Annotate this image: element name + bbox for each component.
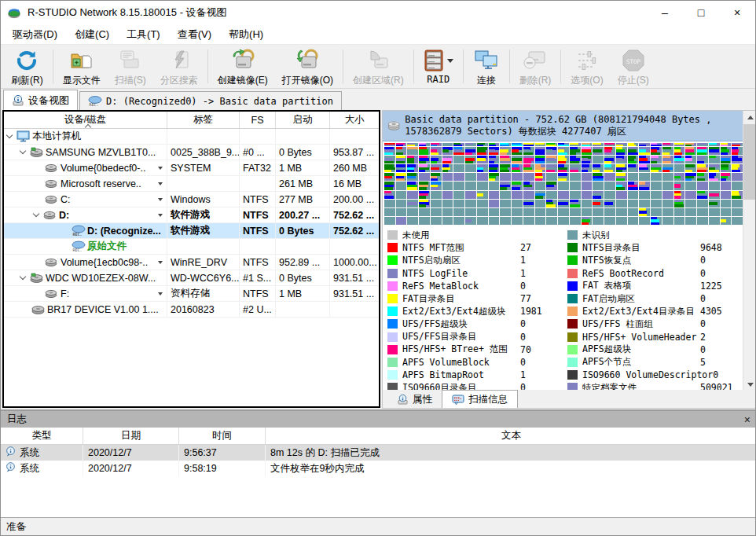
map-block xyxy=(477,182,488,189)
map-block xyxy=(419,208,430,216)
scan-button[interactable]: 扫描(S) xyxy=(108,46,153,88)
log-close-icon[interactable]: × xyxy=(744,414,750,425)
log-column-date[interactable]: 日期 xyxy=(83,428,179,444)
device-row[interactable]: D:软件游戏NTFS200.27 ...752.62 ... xyxy=(4,207,379,223)
info-icon xyxy=(12,95,24,106)
map-block xyxy=(546,217,557,225)
expander-chevron-icon[interactable] xyxy=(20,148,26,154)
device-row[interactable]: C:WindowsNTFS277 MB200.00 ... xyxy=(4,192,379,207)
column-header-device[interactable]: 设备/磁盘 xyxy=(4,112,167,128)
dropdown-arrow-icon[interactable] xyxy=(158,214,163,217)
create-region-button[interactable]: 创建区域(R) xyxy=(346,46,411,88)
map-block xyxy=(628,156,639,163)
device-row[interactable]: SAMSUNG MZVLB1T0...0025_388B_9...#0 ...0… xyxy=(4,145,379,160)
device-name: BR17 DEVICE V1.00 1.... xyxy=(47,304,159,315)
menu-drive[interactable]: 驱动器(D) xyxy=(4,25,66,44)
legend-item: 未识别 xyxy=(567,229,736,241)
map-block xyxy=(384,191,395,199)
legend-count: 77 xyxy=(520,293,531,304)
map-block xyxy=(523,173,534,181)
device-boot: 0 Bytes xyxy=(276,270,330,285)
options-button[interactable]: 选项(O) xyxy=(563,46,610,88)
tab-properties[interactable]: 属性 xyxy=(387,391,442,408)
device-row[interactable]: REC.原始文件 xyxy=(4,239,379,255)
device-row[interactable]: WDC WD10EZEX-08W...WD-WCC6Y6...#1 S...0 … xyxy=(4,270,379,286)
map-block xyxy=(419,156,430,163)
map-block xyxy=(685,200,696,207)
column-header-size[interactable]: 大小 xyxy=(330,112,379,128)
dropdown-arrow-icon[interactable] xyxy=(158,167,163,170)
partition-search-button[interactable]: 分区搜索 xyxy=(153,46,205,88)
device-fs: #0 ... xyxy=(240,145,276,160)
view-tab-bar: 设备视图 REC. D: (Recognized0) -> Basic data… xyxy=(1,89,755,110)
legend-count: 0 xyxy=(700,318,706,329)
scrollbar-thumb[interactable] xyxy=(743,124,756,200)
log-row[interactable]: 系统2020/12/79:56:378m 12s 的 D: 扫描已完成 xyxy=(1,445,756,461)
column-header-boot[interactable]: 启动 xyxy=(276,112,330,128)
stop-button[interactable]: STOP 停止(S) xyxy=(611,46,656,88)
device-row[interactable]: Volume{1ecb0c98-..WinRE_DRVNTFS952.89 ..… xyxy=(4,255,379,270)
menu-help[interactable]: 帮助(H) xyxy=(220,25,272,44)
menu-create[interactable]: 创建(C) xyxy=(66,25,118,44)
map-block xyxy=(616,191,627,199)
raid-dropdown-icon[interactable] xyxy=(447,59,453,63)
dropdown-arrow-icon[interactable] xyxy=(158,198,163,201)
map-block xyxy=(570,164,581,172)
map-block xyxy=(407,191,418,199)
device-row[interactable]: Volume{0bedecf0-..SYSTEMFAT321 MB260 MB xyxy=(4,160,379,176)
show-files-button[interactable]: 显示文件 xyxy=(56,46,108,88)
log-time: 9:58:19 xyxy=(179,461,266,476)
create-image-button[interactable]: 创建镜像(E) xyxy=(211,46,275,88)
connect-button[interactable]: 连接 xyxy=(466,46,507,88)
log-column-text[interactable]: 文本 xyxy=(266,428,756,444)
column-header-fs[interactable]: FS xyxy=(240,112,276,128)
scrollbar-vertical[interactable] xyxy=(743,111,756,391)
raid-button[interactable]: RAID xyxy=(417,46,461,88)
tab-scan-info[interactable]: 扫描信息 xyxy=(442,390,518,408)
open-image-button[interactable]: 打开镜像(O) xyxy=(275,46,340,88)
map-block xyxy=(535,182,546,189)
map-block xyxy=(546,156,557,163)
menu-view[interactable]: 查看(V) xyxy=(169,25,220,44)
delete-button[interactable]: 删除(R) xyxy=(512,46,559,88)
map-block xyxy=(384,147,395,155)
map-block xyxy=(662,208,673,216)
device-row[interactable]: F:资料存储NTFS1 MB931.51 ... xyxy=(4,286,379,302)
map-block xyxy=(453,143,464,146)
map-block xyxy=(535,164,546,172)
dropdown-arrow-icon[interactable] xyxy=(158,292,163,296)
map-block xyxy=(709,156,720,163)
map-block xyxy=(593,191,604,199)
tab-device-view[interactable]: 设备视图 xyxy=(3,90,78,110)
expander-chevron-icon[interactable] xyxy=(33,211,39,217)
legend-swatch xyxy=(387,307,398,316)
scan-header-text: Basic data partition - 752.62 GB (808121… xyxy=(405,114,740,138)
refresh-button[interactable]: 刷新(R) xyxy=(4,46,50,88)
minimize-button[interactable]: – xyxy=(647,1,683,24)
log-text: 文件枚举在9秒内完成 xyxy=(266,461,756,476)
expander-chevron-icon[interactable] xyxy=(6,132,13,138)
menu-tools[interactable]: 工具(T) xyxy=(118,25,169,44)
legend-count: 0 xyxy=(520,332,526,343)
dropdown-arrow-icon[interactable] xyxy=(158,182,163,185)
legend-count: 0 xyxy=(520,318,526,329)
log-column-type[interactable]: 类型 xyxy=(1,428,83,444)
map-block xyxy=(512,164,523,172)
device-row[interactable]: REC.D: (Recognize...软件游戏NTFS0 Bytes752.6… xyxy=(4,223,379,239)
device-row[interactable]: BR17 DEVICE V1.00 1....20160823#2 U... xyxy=(4,302,379,318)
dropdown-arrow-icon[interactable] xyxy=(158,261,163,264)
map-block xyxy=(593,200,604,207)
log-row[interactable]: 系统2020/12/79:58:19文件枚举在9秒内完成 xyxy=(1,461,756,476)
map-block xyxy=(442,143,453,146)
column-header-label[interactable]: 标签 xyxy=(167,112,240,128)
status-bar: 准备 xyxy=(1,517,756,535)
log-column-time[interactable]: 时间 xyxy=(179,428,266,444)
scroll-up-icon[interactable] xyxy=(743,111,756,124)
device-row[interactable]: Microsoft reserve..261 MB16 MB xyxy=(4,176,379,192)
tab-recognized-partition[interactable]: REC. D: (Recognized0) -> Basic data part… xyxy=(79,91,342,110)
partition-icon xyxy=(45,288,58,299)
device-row[interactable]: 本地计算机 xyxy=(4,129,379,145)
expander-chevron-icon[interactable] xyxy=(20,274,26,280)
close-button[interactable]: × xyxy=(719,1,755,24)
maximize-button[interactable]: □ xyxy=(683,1,719,24)
